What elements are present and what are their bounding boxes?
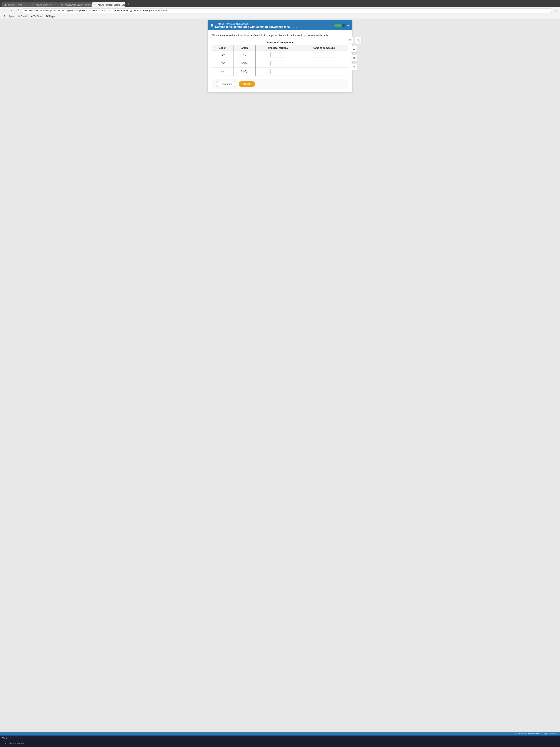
empirical-formula-input-2[interactable]: [270, 60, 285, 66]
maps-icon: 🗺: [46, 15, 49, 18]
name-input-cell-2[interactable]: [300, 59, 348, 67]
close-button[interactable]: ×: [351, 55, 357, 61]
apps-icon: ⋮⋮: [3, 15, 8, 18]
table-row: Na+ MnO4−: [212, 67, 348, 76]
search-button[interactable]: ⌕: [2, 741, 7, 746]
browser-chrome: 🏫 myWings - UNF × 🧪 ALEKs Chemistry × 📚 …: [0, 0, 560, 7]
table-row: Na+ BrO3−: [212, 59, 348, 67]
close-icon: ×: [353, 56, 355, 60]
check-button[interactable]: Check: [239, 81, 255, 87]
anion-cell-2: BrO3−: [234, 59, 256, 67]
bookmark-youtube[interactable]: ▶ YouTube: [30, 15, 43, 18]
cation-formula-3: Na+: [221, 70, 225, 73]
bookmark-apps[interactable]: ⋮⋮ Apps: [2, 15, 15, 18]
tab-label: myWings - UNF: [8, 4, 23, 6]
status-bar: er.jpg ∧: [0, 736, 560, 740]
subscript-button[interactable]: □□: [355, 37, 362, 44]
bookmark-apps-label: Apps: [9, 15, 14, 18]
tab-bar: 🏫 myWings - UNF × 🧪 ALEKs Chemistry × 📚 …: [1, 1, 559, 7]
tab-mywings[interactable]: 🏫 myWings - UNF ×: [1, 2, 29, 7]
empirical-input-cell-3[interactable]: [256, 67, 300, 76]
youtube-icon: ▶: [31, 15, 33, 18]
superscript-button[interactable]: □□: [347, 37, 353, 44]
forward-button[interactable]: →: [8, 8, 14, 13]
tab-favicon: 📚: [61, 3, 63, 6]
topic-title: Naming ionic compounds with common polya…: [215, 25, 332, 28]
aleks-body: Fill in the name and empirical formula o…: [208, 30, 352, 93]
explanation-button[interactable]: Explanation: [216, 81, 236, 87]
col-header-cation: cation: [212, 45, 234, 51]
name-input-1[interactable]: [313, 52, 335, 57]
tab-mcgraw[interactable]: 📚 McGraw-Hill Education Campus ×: [58, 2, 92, 7]
tab-aleks-learn[interactable]: A ALEKS - Lindsay Brooks - Learn ×: [92, 2, 125, 7]
col-header-name: name of compound: [300, 45, 348, 51]
topic-label: ● ATOMS, IONS AND MOLECULES • • • • • • …: [215, 23, 332, 25]
bookmark-maps-label: Maps: [49, 15, 55, 18]
tab-label: McGraw-Hill Education Campus: [65, 4, 92, 6]
compound-table: Some ionic compounds cation anion empiri…: [212, 40, 348, 76]
cation-formula-2: Na+: [221, 62, 225, 65]
aleks-header-info: ● ATOMS, IONS AND MOLECULES • • • • • • …: [215, 23, 332, 28]
aleks-panel: ☰ ● ATOMS, IONS AND MOLECULES • • • • • …: [208, 20, 352, 93]
bookmark-button[interactable]: ☆: [553, 8, 558, 13]
cation-cell-1: Cr2+: [212, 51, 234, 59]
cation-cell-3: Na+: [212, 67, 234, 76]
footer-bar: © 2021 McGraw-Hill Education. All Rights…: [0, 732, 560, 736]
anion-formula-3: MnO4−: [241, 70, 248, 73]
header-right: ∨: [334, 24, 349, 28]
content-wrapper: ☰ ● ATOMS, IONS AND MOLECULES • • • • • …: [197, 20, 363, 93]
anion-formula-2: BrO3−: [241, 61, 247, 64]
refresh-button[interactable]: ↺: [15, 8, 20, 13]
col-header-anion: anion: [234, 45, 256, 51]
tab-close-btn[interactable]: ×: [54, 3, 55, 6]
new-tab-button[interactable]: +: [126, 1, 131, 7]
empirical-formula-input-3[interactable]: [270, 69, 285, 74]
empirical-formula-input-1[interactable]: [270, 52, 285, 57]
tab-favicon: 🏫: [4, 3, 7, 6]
question-icon: ?: [353, 66, 355, 69]
empirical-input-cell-2[interactable]: [256, 59, 300, 67]
menu-icon[interactable]: ☰: [211, 24, 213, 27]
tab-label: ALEKs Chemistry: [36, 4, 52, 6]
name-input-cell-1[interactable]: [300, 51, 348, 59]
tab-close-btn[interactable]: ×: [25, 3, 26, 6]
undo-icon: ↩: [353, 48, 355, 51]
back-button[interactable]: ←: [2, 8, 7, 13]
bookmark-gmail-label: Gmail: [21, 15, 26, 18]
address-input[interactable]: [21, 8, 552, 13]
tools-panel: □□ □□ ↩ × ?: [345, 35, 363, 72]
tab-favicon: 🧪: [32, 3, 34, 6]
name-input-3[interactable]: [313, 69, 335, 74]
name-input-2[interactable]: [313, 60, 335, 66]
progress-fill: [334, 24, 342, 27]
collapse-button[interactable]: ∨: [347, 24, 349, 28]
bookmark-maps[interactable]: 🗺 Maps: [45, 15, 56, 18]
anion-formula-1: IO3−: [242, 53, 247, 56]
tab-favicon: A: [95, 3, 96, 6]
download-label: er.jpg: [2, 737, 7, 739]
problem-instruction: Fill in the name and empirical formula o…: [212, 33, 348, 37]
cation-formula-1: Cr2+: [220, 54, 225, 56]
cation-cell-2: Na+: [212, 59, 234, 67]
tab-label: ALEKS - Lindsay Brooks - Learn: [98, 4, 125, 6]
footer-text: © 2021 McGraw-Hill Education. All Rights…: [514, 733, 557, 735]
tab-aleks-chem[interactable]: 🧪 ALEKs Chemistry ×: [29, 2, 58, 7]
status-dot: ●: [215, 23, 216, 25]
col-header-empirical: empirical formula: [256, 45, 300, 51]
help-button[interactable]: ?: [351, 64, 357, 70]
anion-cell-3: MnO4−: [234, 67, 256, 76]
table-row: Cr2+ IO3−: [212, 51, 348, 59]
bookmarks-bar: ⋮⋮ Apps ✉ Gmail ▶ YouTube 🗺 Maps: [0, 14, 560, 19]
expand-icon: ∧: [10, 736, 12, 739]
progress-bar: [334, 24, 345, 27]
dot-decoration: • • • • • • •: [250, 23, 261, 25]
bookmark-gmail[interactable]: ✉ Gmail: [17, 15, 28, 18]
aleks-header: ☰ ● ATOMS, IONS AND MOLECULES • • • • • …: [208, 20, 352, 30]
name-input-cell-3[interactable]: [300, 67, 348, 76]
bottom-bar: Explanation Check: [212, 79, 348, 89]
dot-decoration2: • • • • • •: [291, 27, 298, 28]
undo-button[interactable]: ↩: [351, 46, 357, 53]
empirical-input-cell-1[interactable]: [256, 51, 300, 59]
format-tools: □□ □□: [347, 37, 362, 44]
anion-cell-1: IO3−: [234, 51, 256, 59]
